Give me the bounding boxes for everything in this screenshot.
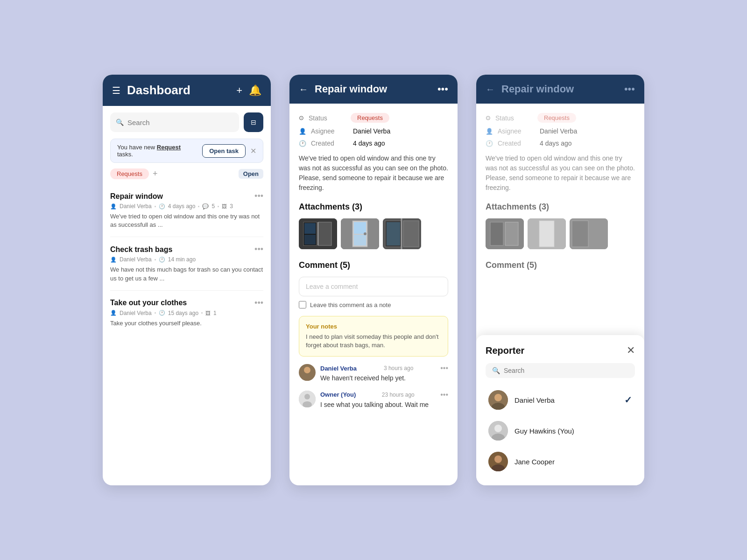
comment-content: Daniel Verba 3 hours ago ••• We haven't … bbox=[320, 364, 448, 383]
attachment-3-3[interactable] bbox=[570, 218, 608, 249]
task-options-icon[interactable]: ••• bbox=[254, 191, 263, 201]
attachment-3-2[interactable] bbox=[528, 218, 566, 249]
repair-body: ⊙ Status Requests 👤 Asignee Daniel Verba… bbox=[289, 104, 458, 485]
assignee-value: Daniel Verba bbox=[353, 127, 390, 135]
svg-point-29 bbox=[494, 394, 502, 401]
photo-icon: 🖼 bbox=[222, 203, 227, 209]
add-icon[interactable]: + bbox=[236, 84, 242, 97]
assignee-name: Daniel Verba bbox=[120, 203, 152, 210]
back-button-3[interactable]: ← bbox=[486, 84, 495, 95]
svg-point-10 bbox=[364, 232, 366, 235]
search-input[interactable] bbox=[127, 114, 233, 131]
bell-icon[interactable]: 🔔 bbox=[249, 84, 261, 97]
notification-bar: You have new Request tasks. Open task ✕ bbox=[110, 139, 263, 163]
notes-text: I need to plan visit someday this people… bbox=[306, 333, 441, 350]
comment-header: Daniel Verba 3 hours ago ••• bbox=[320, 364, 448, 372]
comment-time: 23 hours ago bbox=[382, 392, 415, 398]
status-badge: Requests bbox=[351, 113, 389, 123]
task-description: We've tried to open old window and this … bbox=[110, 212, 263, 229]
menu-icon[interactable]: ☰ bbox=[112, 85, 120, 96]
attachment-1[interactable] bbox=[299, 218, 337, 249]
comment-text: I see what you talking about. Wait me bbox=[320, 400, 448, 410]
repair-options-icon[interactable]: ••• bbox=[437, 83, 448, 95]
task-description: We have not this much bags for trash so … bbox=[110, 266, 263, 282]
search-row: 🔍 ⊟ bbox=[103, 106, 271, 139]
commenter-name: Owner (You) bbox=[320, 391, 356, 398]
task-card[interactable]: Repair window ••• 👤 Daniel Verba 🕐 4 day… bbox=[110, 184, 263, 237]
reporter-item[interactable]: Jane Cooper bbox=[486, 447, 635, 476]
assignee-row: 👤 Asignee Daniel Verba bbox=[299, 127, 448, 135]
svg-rect-22 bbox=[490, 222, 503, 245]
task-meta: 👤 Daniel Verba 🕐 4 days ago 💬 5 🖼 3 bbox=[110, 203, 263, 210]
reporter-search-input[interactable] bbox=[504, 367, 628, 374]
created-row: 🕐 Created 4 days ago bbox=[299, 140, 448, 147]
created-label: Created bbox=[311, 140, 348, 147]
reporter-overlay: Reporter ✕ 🔍 Daniel Verba ✓ bbox=[476, 335, 644, 485]
add-category-icon[interactable]: + bbox=[153, 169, 158, 179]
comment-input[interactable]: Leave a comment bbox=[299, 277, 448, 296]
repair-detail-panel: ← Repair window ••• ⊙ Status Requests 👤 … bbox=[476, 75, 644, 485]
svg-point-16 bbox=[304, 367, 310, 373]
task-card[interactable]: Check trash bags ••• 👤 Daniel Verba 🕐 14… bbox=[110, 237, 263, 290]
reporter-item[interactable]: Daniel Verba ✓ bbox=[486, 385, 635, 414]
svg-point-19 bbox=[304, 394, 310, 399]
open-task-button[interactable]: Open task bbox=[202, 144, 246, 158]
task-options-icon[interactable]: ••• bbox=[254, 245, 263, 254]
status-label: Status bbox=[309, 114, 346, 122]
svg-rect-8 bbox=[354, 222, 366, 234]
search-icon: 🔍 bbox=[116, 119, 124, 126]
task-time: 14 min ago bbox=[168, 256, 196, 263]
note-checkbox-label: Leave this comment as a note bbox=[310, 301, 391, 308]
reporter-item[interactable]: Guy Hawkins (You) bbox=[486, 416, 635, 445]
repair-window-title: Repair window bbox=[315, 83, 431, 95]
separator bbox=[155, 312, 156, 314]
attachment-2[interactable] bbox=[341, 218, 379, 249]
reporter-close-icon[interactable]: ✕ bbox=[627, 344, 635, 357]
filter-button[interactable]: ⊟ bbox=[244, 112, 263, 132]
separator bbox=[155, 259, 156, 260]
created-label: Created bbox=[498, 140, 535, 147]
repair-description: We've tried to open old window and this … bbox=[299, 154, 448, 193]
reporter-avatar bbox=[488, 452, 508, 471]
comments-title: Comment (5) bbox=[299, 260, 448, 270]
panel3-options-icon[interactable]: ••• bbox=[624, 83, 635, 95]
task-card-header: Take out your clothes ••• bbox=[110, 298, 263, 308]
reporter-title: Reporter bbox=[486, 345, 524, 356]
separator bbox=[155, 206, 156, 207]
comment-options-icon[interactable]: ••• bbox=[440, 391, 448, 399]
comment-content: Owner (You) 23 hours ago ••• I see what … bbox=[320, 391, 448, 410]
task-options-icon[interactable]: ••• bbox=[254, 298, 263, 308]
assignee-row: 👤 Asignee Daniel Verba bbox=[486, 127, 635, 135]
close-notification-icon[interactable]: ✕ bbox=[250, 147, 256, 155]
notification-text: You have new Request tasks. bbox=[117, 144, 197, 158]
time-icon: 🕐 bbox=[159, 203, 165, 210]
attachment-3-1[interactable] bbox=[486, 218, 524, 249]
back-button[interactable]: ← bbox=[299, 84, 308, 95]
reporter-avatar bbox=[488, 421, 508, 441]
svg-rect-15 bbox=[387, 222, 400, 245]
svg-rect-9 bbox=[354, 235, 366, 245]
task-time: 4 days ago bbox=[168, 203, 196, 210]
repair-desc-3: We've tried to open old window and this … bbox=[486, 154, 635, 193]
time-icon: 🕐 bbox=[159, 257, 165, 263]
reporter-header: Reporter ✕ bbox=[486, 344, 635, 357]
search-input-wrap: 🔍 bbox=[110, 112, 239, 132]
time-icon: 🕐 bbox=[159, 310, 165, 316]
category-row: Requests + Open bbox=[103, 168, 271, 184]
status-row: ⊙ Status Requests bbox=[299, 113, 448, 123]
reporter-check-icon: ✓ bbox=[624, 394, 632, 406]
notes-title: Your notes bbox=[306, 323, 441, 330]
comment-options-icon[interactable]: ••• bbox=[440, 364, 448, 372]
requests-tag[interactable]: Requests bbox=[110, 168, 149, 179]
dashboard-title: Dashboard bbox=[127, 83, 230, 98]
task-card[interactable]: Take out your clothes ••• 👤 Daniel Verba… bbox=[110, 291, 263, 335]
note-checkbox[interactable] bbox=[299, 301, 306, 308]
created-value: 4 days ago bbox=[540, 140, 572, 147]
comment-count: 5 bbox=[211, 203, 215, 210]
attachment-3[interactable] bbox=[383, 218, 421, 249]
reporter-name: Daniel Verba bbox=[514, 396, 618, 404]
your-notes-box: Your notes I need to plan visit someday … bbox=[299, 316, 448, 357]
svg-rect-23 bbox=[505, 222, 518, 245]
attachments-title-3: Attachments (3) bbox=[486, 202, 635, 212]
comments-title-3: Comment (5) bbox=[486, 260, 635, 270]
